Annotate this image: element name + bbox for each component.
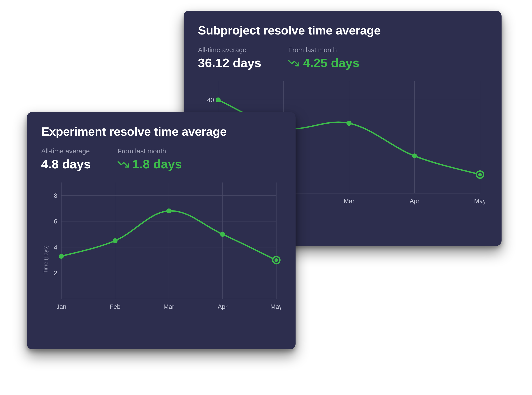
x-tick-label: Feb bbox=[110, 303, 121, 310]
metric-avg-label: All-time average bbox=[198, 46, 261, 54]
x-tick-label: Apr bbox=[218, 303, 227, 310]
metric-avg-value: 36.12 days bbox=[198, 55, 261, 70]
x-tick-label: May bbox=[474, 198, 484, 204]
svg-point-7 bbox=[478, 173, 482, 176]
chart-point bbox=[166, 208, 171, 213]
metrics-row: All-time average 36.12 days From last mo… bbox=[198, 46, 487, 70]
metric-change: From last month 4.25 days bbox=[288, 46, 359, 70]
y-tick-label: 8 bbox=[54, 192, 57, 199]
metric-avg-value: 4.8 days bbox=[41, 157, 91, 171]
x-tick-label: May bbox=[270, 303, 281, 310]
x-tick-label: Mar bbox=[164, 303, 174, 310]
chart-point bbox=[220, 232, 225, 237]
chart-point bbox=[412, 154, 417, 158]
metric-change-label: From last month bbox=[288, 46, 359, 54]
chart-experiment: JanFebMarAprMay2468Time (days) bbox=[41, 180, 281, 315]
x-tick-label: Jan bbox=[56, 303, 66, 310]
card-experiment: Experiment resolve time average All-time… bbox=[27, 112, 296, 349]
svg-point-18 bbox=[274, 258, 278, 262]
metric-avg: All-time average 36.12 days bbox=[198, 46, 261, 70]
chart-point bbox=[216, 97, 220, 102]
y-tick-label: 2 bbox=[54, 270, 57, 277]
y-tick-label: 6 bbox=[54, 218, 57, 225]
y-tick-label: 4 bbox=[54, 244, 57, 251]
metric-change-value: 4.25 days bbox=[303, 55, 359, 70]
trend-down-icon bbox=[118, 160, 129, 168]
card-title: Experiment resolve time average bbox=[41, 125, 281, 138]
card-title: Subproject resolve time average bbox=[198, 23, 487, 37]
metrics-row: All-time average 4.8 days From last mont… bbox=[41, 147, 281, 171]
metric-change: From last month 1.8 days bbox=[118, 147, 182, 171]
chart-point bbox=[113, 238, 118, 243]
y-tick-label: 40 bbox=[207, 97, 214, 104]
chart-point bbox=[59, 254, 64, 259]
x-tick-label: Mar bbox=[344, 198, 354, 204]
chart-svg: JanFebMarAprMay2468 bbox=[41, 180, 281, 315]
x-tick-label: Apr bbox=[410, 198, 420, 204]
metric-avg-label: All-time average bbox=[41, 147, 91, 155]
chart-point bbox=[347, 121, 351, 126]
trend-down-icon bbox=[288, 59, 299, 67]
metric-change-value: 1.8 days bbox=[132, 157, 182, 171]
y-axis-title: Time (days) bbox=[43, 245, 49, 273]
metric-avg: All-time average 4.8 days bbox=[41, 147, 91, 171]
metric-change-label: From last month bbox=[118, 147, 182, 155]
